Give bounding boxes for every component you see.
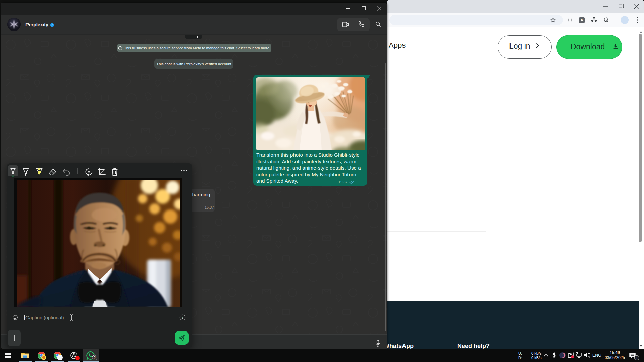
svg-text:1: 1 bbox=[182, 316, 183, 319]
